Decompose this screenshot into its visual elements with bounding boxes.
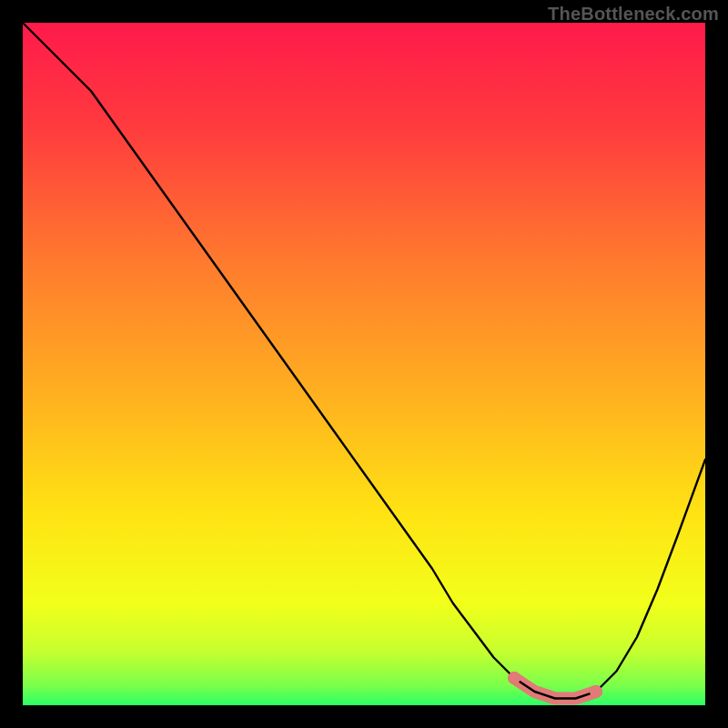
plot-background xyxy=(23,23,705,705)
chart-stage: TheBottleneck.com xyxy=(0,0,728,728)
watermark-text: TheBottleneck.com xyxy=(548,4,719,25)
optimal-zone-start-marker xyxy=(508,672,521,684)
bottleneck-chart xyxy=(0,0,728,728)
optimal-zone-end-marker xyxy=(590,685,602,698)
